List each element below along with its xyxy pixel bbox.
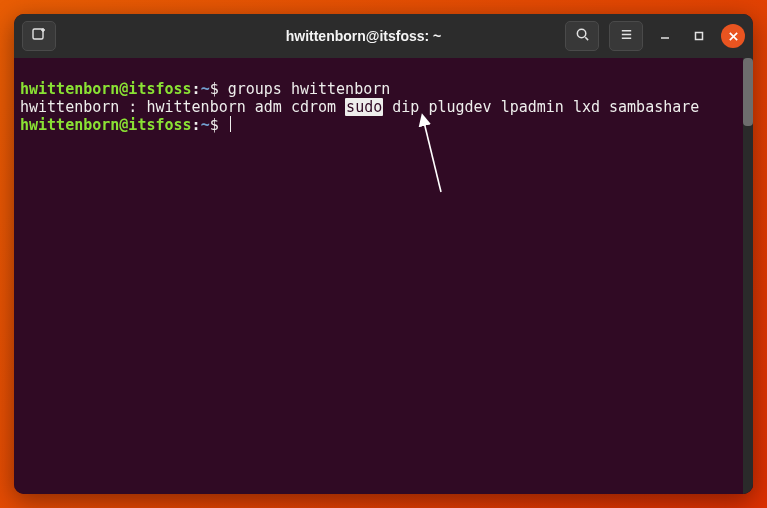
maximize-icon [693, 27, 705, 46]
titlebar-right [565, 21, 745, 51]
hamburger-icon [619, 27, 634, 46]
window-title: hwittenborn@itsfoss: ~ [170, 28, 557, 44]
search-button[interactable] [565, 21, 599, 51]
prompt-colon: : [192, 80, 201, 98]
svg-rect-9 [696, 32, 703, 39]
cursor [230, 116, 231, 132]
prompt-path: ~ [201, 80, 210, 98]
menu-button[interactable] [609, 21, 643, 51]
minimize-button[interactable] [653, 24, 677, 48]
terminal-body[interactable]: hwittenborn@itsfoss:~$ groups hwittenbor… [14, 58, 753, 494]
svg-point-3 [577, 29, 585, 37]
prompt-dollar: $ [210, 80, 219, 98]
minimize-icon [659, 27, 671, 46]
maximize-button[interactable] [687, 24, 711, 48]
scrollbar-thumb[interactable] [743, 58, 753, 126]
output-post: dip plugdev lpadmin lxd sambashare [383, 98, 699, 116]
titlebar-left [22, 21, 162, 51]
command-text: groups hwittenborn [228, 80, 391, 98]
search-icon [575, 27, 590, 46]
prompt-colon: : [192, 116, 201, 134]
prompt-user: hwittenborn@itsfoss [20, 80, 192, 98]
close-button[interactable] [721, 24, 745, 48]
svg-line-12 [423, 118, 441, 192]
svg-line-4 [585, 37, 588, 40]
new-tab-icon [31, 26, 47, 46]
prompt-dollar: $ [210, 116, 219, 134]
titlebar: hwittenborn@itsfoss: ~ [14, 14, 753, 58]
prompt-path: ~ [201, 116, 210, 134]
close-icon [728, 27, 739, 46]
output-pre: hwittenborn : hwittenborn adm cdrom [20, 98, 345, 116]
output-highlight: sudo [345, 98, 383, 116]
terminal-window: hwittenborn@itsfoss: ~ [14, 14, 753, 494]
new-tab-button[interactable] [22, 21, 56, 51]
prompt-user: hwittenborn@itsfoss [20, 116, 192, 134]
